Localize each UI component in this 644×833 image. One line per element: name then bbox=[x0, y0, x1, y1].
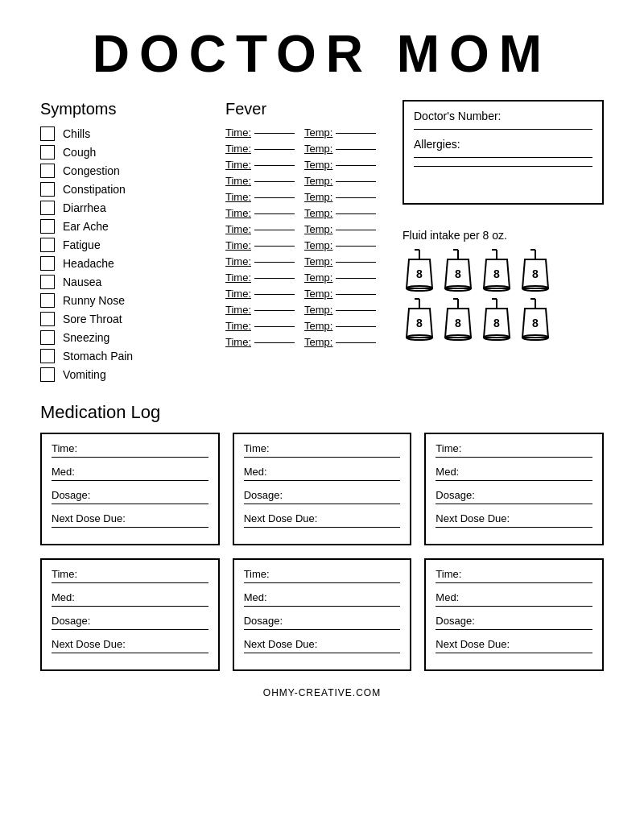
med-field: Next Dose Due: bbox=[52, 638, 208, 653]
symptom-label: Congestion bbox=[63, 164, 120, 177]
med-field: Dosage: bbox=[244, 489, 401, 504]
fever-temp-label: Temp: bbox=[304, 336, 332, 348]
symptom-label: Sneezing bbox=[63, 331, 109, 344]
fluid-section: Fluid intake per 8 oz. 8 8 bbox=[402, 229, 604, 346]
symptom-item: Headache bbox=[40, 256, 217, 271]
med-field-line bbox=[52, 480, 208, 481]
medication-grid: Time: Med: Dosage: Next Dose Due: Time: … bbox=[40, 433, 604, 671]
med-field-line bbox=[244, 653, 401, 653]
medication-title: Medication Log bbox=[40, 402, 604, 423]
med-field-label: Next Dose Due: bbox=[52, 512, 208, 524]
symptom-item: Fatigue bbox=[40, 238, 217, 252]
symptom-label: Fatigue bbox=[63, 238, 101, 251]
med-field: Time: bbox=[52, 568, 208, 583]
fever-time-label: Time: bbox=[225, 126, 251, 139]
symptom-checkbox[interactable] bbox=[40, 256, 55, 271]
symptom-item: Chills bbox=[40, 126, 217, 141]
symptom-checkbox[interactable] bbox=[40, 330, 55, 345]
fever-rows: Time: Temp: Time: Temp: Time: Temp: Time… bbox=[225, 126, 394, 348]
medication-card: Time: Med: Dosage: Next Dose Due: bbox=[424, 433, 604, 545]
med-field-line bbox=[52, 606, 208, 607]
symptom-checkbox[interactable] bbox=[40, 201, 55, 215]
symptom-checkbox[interactable] bbox=[40, 126, 55, 141]
fever-temp-line bbox=[336, 133, 376, 134]
med-field: Time: bbox=[436, 442, 592, 458]
med-field: Next Dose Due: bbox=[244, 512, 401, 528]
fever-time-label: Time: bbox=[225, 207, 251, 219]
cups-container: 8 8 8 bbox=[402, 248, 604, 342]
fever-row: Time: Temp: bbox=[225, 320, 394, 332]
med-field-line bbox=[244, 606, 401, 607]
fever-time-label: Time: bbox=[225, 159, 251, 171]
med-field-line bbox=[52, 504, 208, 504]
symptom-checkbox[interactable] bbox=[40, 367, 55, 382]
fever-time-line bbox=[254, 278, 295, 279]
fever-temp-line bbox=[336, 181, 376, 182]
medication-section: Medication Log Time: Med: Dosage: Next D… bbox=[40, 402, 604, 671]
fever-time-label: Time: bbox=[225, 288, 251, 300]
med-field-line bbox=[52, 653, 208, 653]
med-field-label: Next Dose Due: bbox=[52, 638, 208, 650]
page-title: DOCTOR MOM bbox=[93, 24, 551, 84]
med-field: Time: bbox=[244, 568, 401, 583]
fever-temp-label: Temp: bbox=[304, 126, 332, 139]
fever-temp-line bbox=[336, 197, 376, 198]
fever-row: Time: Temp: bbox=[225, 239, 394, 251]
fever-time-line bbox=[254, 262, 295, 263]
symptom-checkbox[interactable] bbox=[40, 275, 55, 289]
med-field: Med: bbox=[52, 466, 208, 481]
med-field-line bbox=[244, 527, 401, 528]
fever-temp-line bbox=[336, 310, 376, 311]
fever-time-label: Time: bbox=[225, 175, 251, 187]
fever-temp-label: Temp: bbox=[304, 255, 332, 267]
med-field-label: Time: bbox=[436, 442, 592, 454]
med-field-line bbox=[436, 504, 592, 504]
fever-temp-label: Temp: bbox=[304, 191, 332, 203]
fever-time-line bbox=[254, 246, 295, 247]
fever-time-label: Time: bbox=[225, 223, 251, 235]
symptom-checkbox[interactable] bbox=[40, 238, 55, 252]
symptom-item: Sore Throat bbox=[40, 312, 217, 326]
fever-time-label: Time: bbox=[225, 255, 251, 267]
symptom-checkbox[interactable] bbox=[40, 182, 55, 197]
med-field-label: Next Dose Due: bbox=[436, 638, 592, 650]
fever-row: Time: Temp: bbox=[225, 271, 394, 284]
med-field-line bbox=[436, 629, 592, 630]
fever-temp-label: Temp: bbox=[304, 239, 332, 251]
med-field-line bbox=[436, 653, 592, 653]
med-field-line bbox=[436, 582, 592, 583]
fever-temp-line bbox=[336, 342, 376, 343]
med-field-label: Time: bbox=[52, 568, 208, 580]
svg-text:8: 8 bbox=[455, 267, 461, 280]
fever-temp-label: Temp: bbox=[304, 143, 332, 155]
fever-time-line bbox=[254, 181, 295, 182]
symptom-checkbox[interactable] bbox=[40, 293, 55, 308]
med-field: Next Dose Due: bbox=[436, 512, 592, 528]
medication-card: Time: Med: Dosage: Next Dose Due: bbox=[40, 433, 220, 545]
fever-temp-label: Temp: bbox=[304, 223, 332, 235]
symptom-label: Cough bbox=[63, 146, 96, 159]
cup-item: 8 bbox=[480, 248, 514, 292]
med-field-label: Dosage: bbox=[52, 615, 208, 627]
fever-time-label: Time: bbox=[225, 239, 251, 251]
med-field-line bbox=[436, 480, 592, 481]
symptom-checkbox[interactable] bbox=[40, 164, 55, 178]
symptom-item: Diarrhea bbox=[40, 201, 217, 215]
symptom-checkbox[interactable] bbox=[40, 312, 55, 326]
symptom-item: Constipation bbox=[40, 182, 217, 197]
symptom-checkbox[interactable] bbox=[40, 145, 55, 160]
med-field-line bbox=[244, 504, 401, 504]
med-field: Time: bbox=[244, 442, 401, 458]
medication-card: Time: Med: Dosage: Next Dose Due: bbox=[233, 558, 412, 671]
fever-row: Time: Temp: bbox=[225, 159, 394, 171]
med-field: Dosage: bbox=[52, 615, 208, 630]
symptom-checkbox[interactable] bbox=[40, 349, 55, 363]
fever-row: Time: Temp: bbox=[225, 191, 394, 203]
fever-time-label: Time: bbox=[225, 336, 251, 348]
fever-temp-line bbox=[336, 246, 376, 247]
fever-row: Time: Temp: bbox=[225, 126, 394, 139]
symptom-checkbox[interactable] bbox=[40, 219, 55, 234]
fever-time-line bbox=[254, 310, 295, 311]
medication-card: Time: Med: Dosage: Next Dose Due: bbox=[424, 558, 604, 671]
fever-time-line bbox=[254, 197, 295, 198]
